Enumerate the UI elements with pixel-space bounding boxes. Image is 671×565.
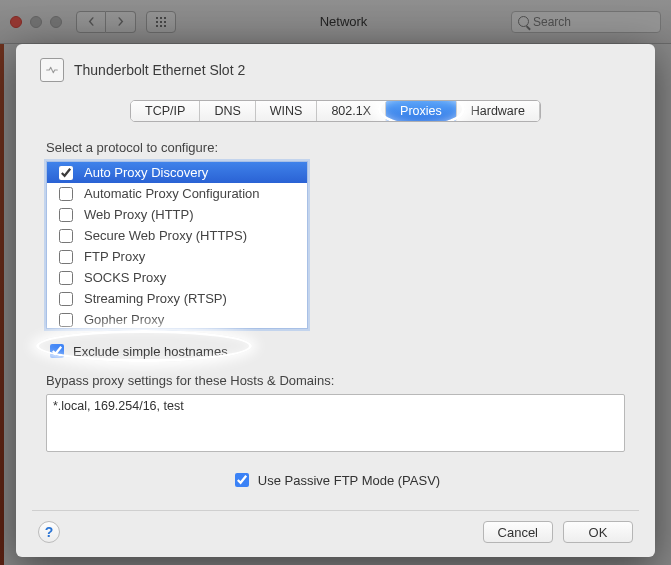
select-protocol-label: Select a protocol to configure:	[46, 140, 635, 155]
protocol-row[interactable]: Streaming Proxy (RTSP)	[47, 288, 307, 309]
protocol-row[interactable]: Gopher Proxy	[47, 309, 307, 329]
protocol-label: Gopher Proxy	[84, 312, 164, 327]
advanced-sheet: Thunderbolt Ethernet Slot 2 TCP/IPDNSWIN…	[16, 44, 655, 557]
protocol-label: SOCKS Proxy	[84, 270, 166, 285]
bypass-textarea[interactable]: *.local, 169.254/16, test	[46, 394, 625, 452]
protocol-checkbox[interactable]	[59, 292, 73, 306]
divider	[32, 510, 639, 511]
search-icon	[518, 16, 529, 27]
sheet-footer: ? Cancel OK	[36, 521, 635, 543]
ok-button[interactable]: OK	[563, 521, 633, 543]
protocol-label: FTP Proxy	[84, 249, 145, 264]
tab-wins[interactable]: WINS	[256, 101, 318, 121]
exclude-simple-hostnames-checkbox[interactable]	[50, 344, 64, 358]
protocol-checkbox[interactable]	[59, 271, 73, 285]
sidebar-selection-indicator	[0, 44, 4, 565]
search-field[interactable]: Search	[511, 11, 661, 33]
search-placeholder: Search	[533, 15, 571, 29]
tab-dns[interactable]: DNS	[200, 101, 255, 121]
tab-proxies[interactable]: Proxies	[386, 101, 457, 121]
protocol-checkbox[interactable]	[59, 208, 73, 222]
minimize-window-button[interactable]	[30, 16, 42, 28]
protocol-label: Web Proxy (HTTP)	[84, 207, 194, 222]
grid-icon	[155, 16, 167, 28]
close-window-button[interactable]	[10, 16, 22, 28]
bypass-label: Bypass proxy settings for these Hosts & …	[46, 373, 625, 388]
protocol-row[interactable]: FTP Proxy	[47, 246, 307, 267]
protocol-label: Auto Proxy Discovery	[84, 165, 208, 180]
titlebar: Network Search	[0, 0, 671, 44]
nav-forward-button[interactable]	[106, 11, 136, 33]
thunderbolt-ethernet-icon	[40, 58, 64, 82]
protocol-row[interactable]: Web Proxy (HTTP)	[47, 204, 307, 225]
cancel-button[interactable]: Cancel	[483, 521, 553, 543]
protocol-label: Automatic Proxy Configuration	[84, 186, 260, 201]
tab-tcp-ip[interactable]: TCP/IP	[131, 101, 200, 121]
passive-ftp-row: Use Passive FTP Mode (PASV)	[36, 464, 635, 490]
chevron-left-icon	[87, 17, 96, 26]
protocol-label: Streaming Proxy (RTSP)	[84, 291, 227, 306]
protocol-checkbox[interactable]	[59, 250, 73, 264]
window-title: Network	[186, 14, 501, 29]
passive-ftp-label: Use Passive FTP Mode (PASV)	[258, 473, 440, 488]
protocol-checkbox[interactable]	[59, 166, 73, 180]
protocol-label: Secure Web Proxy (HTTPS)	[84, 228, 247, 243]
exclude-simple-hostnames-row: Exclude simple hostnames	[46, 341, 625, 361]
passive-ftp-checkbox[interactable]	[235, 473, 249, 487]
chevron-right-icon	[116, 17, 125, 26]
exclude-simple-hostnames-label: Exclude simple hostnames	[73, 344, 228, 359]
help-icon: ?	[45, 524, 54, 540]
settings-tabs: TCP/IPDNSWINS802.1XProxiesHardware	[130, 100, 541, 122]
protocol-row[interactable]: SOCKS Proxy	[47, 267, 307, 288]
protocol-list[interactable]: Auto Proxy DiscoveryAutomatic Proxy Conf…	[46, 161, 308, 329]
protocol-row[interactable]: Automatic Proxy Configuration	[47, 183, 307, 204]
help-button[interactable]: ?	[38, 521, 60, 543]
show-all-button[interactable]	[146, 11, 176, 33]
nav-back-button[interactable]	[76, 11, 106, 33]
nav-buttons	[76, 11, 136, 33]
interface-name: Thunderbolt Ethernet Slot 2	[74, 62, 245, 78]
protocol-checkbox[interactable]	[59, 187, 73, 201]
tab-hardware[interactable]: Hardware	[457, 101, 540, 121]
tab-802-1x[interactable]: 802.1X	[317, 101, 386, 121]
bypass-value: *.local, 169.254/16, test	[53, 399, 184, 413]
protocol-row[interactable]: Auto Proxy Discovery	[47, 162, 307, 183]
protocol-checkbox[interactable]	[59, 229, 73, 243]
protocol-checkbox[interactable]	[59, 313, 73, 327]
zoom-window-button[interactable]	[50, 16, 62, 28]
window-controls	[10, 16, 62, 28]
protocol-row[interactable]: Secure Web Proxy (HTTPS)	[47, 225, 307, 246]
